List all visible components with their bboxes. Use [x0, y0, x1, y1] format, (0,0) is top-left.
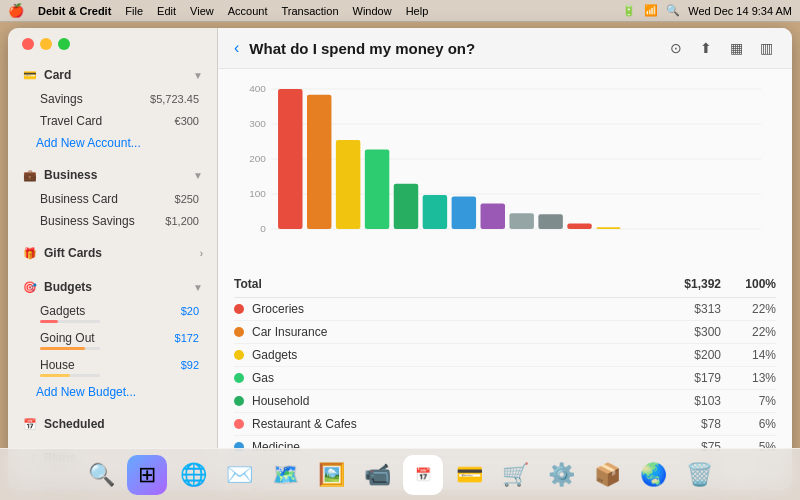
sidebar-item-business-card[interactable]: Business Card $250 — [12, 188, 213, 210]
savings-value: $5,723.45 — [150, 93, 199, 105]
sidebar-section-budgets: 🎯 Budgets ▼ Gadgets $20 Going Out $1 — [8, 270, 217, 407]
menubar-left: 🍎 Debit & Credit File Edit View Account … — [8, 3, 428, 18]
export-icon[interactable]: ⬆ — [696, 38, 716, 58]
svg-rect-12 — [336, 140, 360, 229]
sidebar-item-travel-card[interactable]: Travel Card €300 — [12, 110, 213, 132]
business-card-value: $250 — [175, 193, 199, 205]
svg-rect-14 — [394, 184, 418, 229]
close-button[interactable] — [22, 38, 34, 50]
row-color-dot — [234, 304, 244, 314]
back-button[interactable]: ‹ — [234, 39, 239, 57]
add-budget-link[interactable]: Add New Budget... — [8, 381, 217, 403]
row-pct: 22% — [741, 302, 776, 316]
row-pct: 22% — [741, 325, 776, 339]
dock-debit[interactable]: 💳 — [449, 455, 489, 495]
dock-facetime[interactable]: 📹 — [357, 455, 397, 495]
table-row: Gadgets $200 14% — [234, 344, 776, 367]
total-amount: $1,392 — [684, 277, 721, 291]
card-section-header[interactable]: 💳 Card ▼ — [8, 62, 217, 88]
total-label: Total — [234, 277, 684, 291]
svg-text:100: 100 — [249, 188, 266, 198]
sidebar-item-gadgets[interactable]: Gadgets $20 — [12, 300, 213, 327]
svg-rect-16 — [452, 197, 476, 230]
share-icon[interactable]: ⊙ — [666, 38, 686, 58]
travel-card-label: Travel Card — [40, 114, 175, 128]
menubar: 🍎 Debit & Credit File Edit View Account … — [0, 0, 800, 22]
sidebar-item-savings[interactable]: Savings $5,723.45 — [12, 88, 213, 110]
dock-appstore[interactable]: 🛒 — [495, 455, 535, 495]
row-label: Gadgets — [252, 348, 694, 362]
wifi-icon: 📶 — [644, 4, 658, 17]
gift-cards-header[interactable]: 🎁 Gift Cards › — [8, 240, 217, 266]
house-value: $92 — [181, 359, 199, 371]
columns-icon[interactable]: ▥ — [756, 38, 776, 58]
savings-label: Savings — [40, 92, 150, 106]
business-chevron: ▼ — [193, 170, 203, 181]
row-amount: $179 — [694, 371, 721, 385]
dock-trash[interactable]: 🗑️ — [679, 455, 719, 495]
menu-edit[interactable]: Edit — [157, 5, 176, 17]
sidebar-section-card: 💳 Card ▼ Savings $5,723.45 Travel Card €… — [8, 58, 217, 158]
row-amount: $313 — [694, 302, 721, 316]
menu-file[interactable]: File — [125, 5, 143, 17]
maximize-button[interactable] — [58, 38, 70, 50]
gadgets-value: $20 — [181, 305, 199, 317]
gift-cards-label: Gift Cards — [44, 246, 102, 260]
sidebar-item-house[interactable]: House $92 — [12, 354, 213, 381]
dock-safari[interactable]: 🌐 — [173, 455, 213, 495]
svg-rect-18 — [509, 213, 533, 229]
dock-finder[interactable]: 🔍 — [81, 455, 121, 495]
dock-calendar[interactable]: 📅 — [403, 455, 443, 495]
business-savings-value: $1,200 — [165, 215, 199, 227]
budgets-label: Budgets — [44, 280, 92, 294]
row-label: Car Insurance — [252, 325, 694, 339]
add-account-link[interactable]: Add New Account... — [8, 132, 217, 154]
dock-launchpad[interactable]: ⊞ — [127, 455, 167, 495]
table-row: Household $103 7% — [234, 390, 776, 413]
search-icon[interactable]: 🔍 — [666, 4, 680, 17]
house-label: House — [40, 358, 181, 372]
budgets-header[interactable]: 🎯 Budgets ▼ — [8, 274, 217, 300]
svg-text:400: 400 — [249, 83, 266, 93]
row-amount: $200 — [694, 348, 721, 362]
dock-box[interactable]: 📦 — [587, 455, 627, 495]
app-window: 💳 Card ▼ Savings $5,723.45 Travel Card €… — [8, 28, 792, 490]
budgets-chevron: ▼ — [193, 282, 203, 293]
menu-help[interactable]: Help — [406, 5, 429, 17]
traffic-lights — [8, 28, 217, 58]
sidebar: 💳 Card ▼ Savings $5,723.45 Travel Card €… — [8, 28, 218, 490]
svg-rect-17 — [481, 204, 505, 229]
business-section-header[interactable]: 💼 Business ▼ — [8, 162, 217, 188]
svg-text:300: 300 — [249, 118, 266, 128]
calendar-icon[interactable]: ▦ — [726, 38, 746, 58]
svg-text:0: 0 — [260, 223, 266, 233]
minimize-button[interactable] — [40, 38, 52, 50]
menu-transaction[interactable]: Transaction — [281, 5, 338, 17]
page-title: What do I spend my money on? — [249, 40, 666, 57]
dock-globe[interactable]: 🌏 — [633, 455, 673, 495]
scheduled-header[interactable]: 📅 Scheduled — [8, 411, 217, 437]
dock-mail[interactable]: ✉️ — [219, 455, 259, 495]
menu-view[interactable]: View — [190, 5, 214, 17]
dock-photos[interactable]: 🖼️ — [311, 455, 351, 495]
card-section-label: Card — [44, 68, 71, 82]
sidebar-item-business-savings[interactable]: Business Savings $1,200 — [12, 210, 213, 232]
total-row: Total $1,392 100% — [234, 269, 776, 298]
sidebar-section-scheduled: 📅 Scheduled — [8, 407, 217, 441]
gift-cards-chevron: › — [200, 248, 203, 259]
menubar-right: 🔋 📶 🔍 Wed Dec 14 9:34 AM — [622, 4, 792, 17]
table-row: Car Insurance $300 22% — [234, 321, 776, 344]
app-name[interactable]: Debit & Credit — [38, 5, 111, 17]
row-label: Groceries — [252, 302, 694, 316]
row-color-dot — [234, 327, 244, 337]
svg-rect-19 — [538, 214, 562, 229]
dock-maps[interactable]: 🗺️ — [265, 455, 305, 495]
row-pct: 13% — [741, 371, 776, 385]
table-row: Gas $179 13% — [234, 367, 776, 390]
row-label: Household — [252, 394, 694, 408]
dock-systemprefs[interactable]: ⚙️ — [541, 455, 581, 495]
menu-account[interactable]: Account — [228, 5, 268, 17]
sidebar-item-going-out[interactable]: Going Out $172 — [12, 327, 213, 354]
menu-window[interactable]: Window — [353, 5, 392, 17]
svg-rect-10 — [278, 89, 302, 229]
